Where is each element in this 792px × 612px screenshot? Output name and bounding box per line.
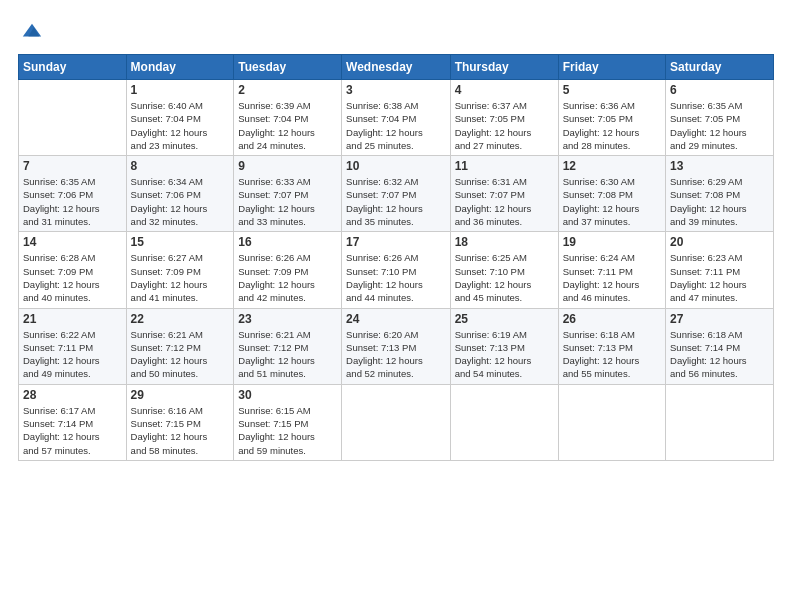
day-number: 6 [670, 83, 769, 97]
calendar-cell: 13Sunrise: 6:29 AM Sunset: 7:08 PM Dayli… [666, 156, 774, 232]
calendar-cell: 18Sunrise: 6:25 AM Sunset: 7:10 PM Dayli… [450, 232, 558, 308]
day-info: Sunrise: 6:20 AM Sunset: 7:13 PM Dayligh… [346, 328, 446, 381]
day-number: 9 [238, 159, 337, 173]
day-info: Sunrise: 6:19 AM Sunset: 7:13 PM Dayligh… [455, 328, 554, 381]
day-number: 22 [131, 312, 230, 326]
calendar-header-row: SundayMondayTuesdayWednesdayThursdayFrid… [19, 55, 774, 80]
day-info: Sunrise: 6:22 AM Sunset: 7:11 PM Dayligh… [23, 328, 122, 381]
day-number: 14 [23, 235, 122, 249]
logo-icon [21, 20, 43, 42]
day-number: 7 [23, 159, 122, 173]
day-number: 25 [455, 312, 554, 326]
day-number: 17 [346, 235, 446, 249]
calendar-cell: 12Sunrise: 6:30 AM Sunset: 7:08 PM Dayli… [558, 156, 665, 232]
day-number: 29 [131, 388, 230, 402]
day-info: Sunrise: 6:24 AM Sunset: 7:11 PM Dayligh… [563, 251, 661, 304]
day-info: Sunrise: 6:32 AM Sunset: 7:07 PM Dayligh… [346, 175, 446, 228]
day-info: Sunrise: 6:40 AM Sunset: 7:04 PM Dayligh… [131, 99, 230, 152]
calendar-cell [558, 384, 665, 460]
header [18, 18, 774, 42]
day-number: 4 [455, 83, 554, 97]
calendar-header-saturday: Saturday [666, 55, 774, 80]
calendar-cell: 24Sunrise: 6:20 AM Sunset: 7:13 PM Dayli… [342, 308, 451, 384]
calendar-cell [19, 80, 127, 156]
day-info: Sunrise: 6:27 AM Sunset: 7:09 PM Dayligh… [131, 251, 230, 304]
day-info: Sunrise: 6:26 AM Sunset: 7:09 PM Dayligh… [238, 251, 337, 304]
day-number: 8 [131, 159, 230, 173]
calendar-cell: 10Sunrise: 6:32 AM Sunset: 7:07 PM Dayli… [342, 156, 451, 232]
day-info: Sunrise: 6:17 AM Sunset: 7:14 PM Dayligh… [23, 404, 122, 457]
day-info: Sunrise: 6:18 AM Sunset: 7:13 PM Dayligh… [563, 328, 661, 381]
day-number: 13 [670, 159, 769, 173]
calendar: SundayMondayTuesdayWednesdayThursdayFrid… [18, 54, 774, 461]
day-number: 28 [23, 388, 122, 402]
calendar-header-thursday: Thursday [450, 55, 558, 80]
day-number: 21 [23, 312, 122, 326]
calendar-header-wednesday: Wednesday [342, 55, 451, 80]
page: SundayMondayTuesdayWednesdayThursdayFrid… [0, 0, 792, 471]
day-info: Sunrise: 6:38 AM Sunset: 7:04 PM Dayligh… [346, 99, 446, 152]
day-number: 3 [346, 83, 446, 97]
calendar-cell: 28Sunrise: 6:17 AM Sunset: 7:14 PM Dayli… [19, 384, 127, 460]
day-number: 24 [346, 312, 446, 326]
calendar-cell: 23Sunrise: 6:21 AM Sunset: 7:12 PM Dayli… [234, 308, 342, 384]
day-info: Sunrise: 6:33 AM Sunset: 7:07 PM Dayligh… [238, 175, 337, 228]
day-info: Sunrise: 6:23 AM Sunset: 7:11 PM Dayligh… [670, 251, 769, 304]
day-info: Sunrise: 6:35 AM Sunset: 7:06 PM Dayligh… [23, 175, 122, 228]
calendar-cell: 15Sunrise: 6:27 AM Sunset: 7:09 PM Dayli… [126, 232, 234, 308]
calendar-cell: 30Sunrise: 6:15 AM Sunset: 7:15 PM Dayli… [234, 384, 342, 460]
calendar-cell: 1Sunrise: 6:40 AM Sunset: 7:04 PM Daylig… [126, 80, 234, 156]
calendar-cell: 29Sunrise: 6:16 AM Sunset: 7:15 PM Dayli… [126, 384, 234, 460]
calendar-cell: 19Sunrise: 6:24 AM Sunset: 7:11 PM Dayli… [558, 232, 665, 308]
logo [18, 18, 43, 42]
calendar-week-2: 7Sunrise: 6:35 AM Sunset: 7:06 PM Daylig… [19, 156, 774, 232]
day-info: Sunrise: 6:30 AM Sunset: 7:08 PM Dayligh… [563, 175, 661, 228]
day-info: Sunrise: 6:28 AM Sunset: 7:09 PM Dayligh… [23, 251, 122, 304]
calendar-cell [450, 384, 558, 460]
day-number: 27 [670, 312, 769, 326]
calendar-cell: 26Sunrise: 6:18 AM Sunset: 7:13 PM Dayli… [558, 308, 665, 384]
day-number: 19 [563, 235, 661, 249]
day-number: 11 [455, 159, 554, 173]
day-info: Sunrise: 6:21 AM Sunset: 7:12 PM Dayligh… [131, 328, 230, 381]
calendar-cell [342, 384, 451, 460]
day-number: 18 [455, 235, 554, 249]
calendar-cell: 11Sunrise: 6:31 AM Sunset: 7:07 PM Dayli… [450, 156, 558, 232]
calendar-cell: 21Sunrise: 6:22 AM Sunset: 7:11 PM Dayli… [19, 308, 127, 384]
calendar-cell: 6Sunrise: 6:35 AM Sunset: 7:05 PM Daylig… [666, 80, 774, 156]
calendar-cell: 25Sunrise: 6:19 AM Sunset: 7:13 PM Dayli… [450, 308, 558, 384]
day-info: Sunrise: 6:18 AM Sunset: 7:14 PM Dayligh… [670, 328, 769, 381]
calendar-week-3: 14Sunrise: 6:28 AM Sunset: 7:09 PM Dayli… [19, 232, 774, 308]
calendar-week-4: 21Sunrise: 6:22 AM Sunset: 7:11 PM Dayli… [19, 308, 774, 384]
calendar-cell: 3Sunrise: 6:38 AM Sunset: 7:04 PM Daylig… [342, 80, 451, 156]
day-number: 10 [346, 159, 446, 173]
calendar-week-5: 28Sunrise: 6:17 AM Sunset: 7:14 PM Dayli… [19, 384, 774, 460]
day-info: Sunrise: 6:29 AM Sunset: 7:08 PM Dayligh… [670, 175, 769, 228]
calendar-cell: 2Sunrise: 6:39 AM Sunset: 7:04 PM Daylig… [234, 80, 342, 156]
day-info: Sunrise: 6:36 AM Sunset: 7:05 PM Dayligh… [563, 99, 661, 152]
calendar-week-1: 1Sunrise: 6:40 AM Sunset: 7:04 PM Daylig… [19, 80, 774, 156]
calendar-header-friday: Friday [558, 55, 665, 80]
day-number: 30 [238, 388, 337, 402]
day-number: 23 [238, 312, 337, 326]
day-info: Sunrise: 6:34 AM Sunset: 7:06 PM Dayligh… [131, 175, 230, 228]
day-info: Sunrise: 6:15 AM Sunset: 7:15 PM Dayligh… [238, 404, 337, 457]
calendar-cell: 8Sunrise: 6:34 AM Sunset: 7:06 PM Daylig… [126, 156, 234, 232]
day-info: Sunrise: 6:37 AM Sunset: 7:05 PM Dayligh… [455, 99, 554, 152]
day-number: 2 [238, 83, 337, 97]
calendar-cell: 14Sunrise: 6:28 AM Sunset: 7:09 PM Dayli… [19, 232, 127, 308]
calendar-cell: 22Sunrise: 6:21 AM Sunset: 7:12 PM Dayli… [126, 308, 234, 384]
day-number: 15 [131, 235, 230, 249]
day-number: 26 [563, 312, 661, 326]
calendar-cell: 5Sunrise: 6:36 AM Sunset: 7:05 PM Daylig… [558, 80, 665, 156]
day-info: Sunrise: 6:31 AM Sunset: 7:07 PM Dayligh… [455, 175, 554, 228]
day-number: 20 [670, 235, 769, 249]
day-info: Sunrise: 6:21 AM Sunset: 7:12 PM Dayligh… [238, 328, 337, 381]
calendar-header-sunday: Sunday [19, 55, 127, 80]
day-info: Sunrise: 6:16 AM Sunset: 7:15 PM Dayligh… [131, 404, 230, 457]
day-number: 16 [238, 235, 337, 249]
calendar-header-monday: Monday [126, 55, 234, 80]
day-info: Sunrise: 6:39 AM Sunset: 7:04 PM Dayligh… [238, 99, 337, 152]
day-number: 5 [563, 83, 661, 97]
day-number: 12 [563, 159, 661, 173]
